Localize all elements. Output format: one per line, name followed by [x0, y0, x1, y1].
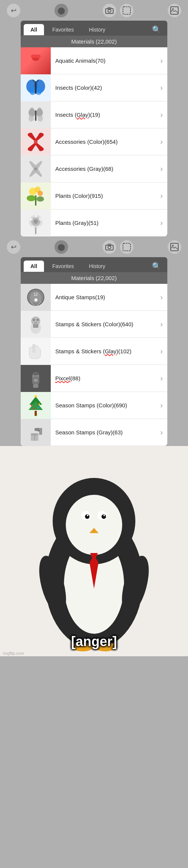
svg-point-30 — [27, 195, 36, 201]
list-item[interactable]: Insects (Color)(42) › — [21, 74, 167, 101]
label-insects-color: Insects (Color)(42) — [51, 84, 160, 91]
thumb-stamps-stickers-color — [21, 311, 51, 338]
svg-point-31 — [36, 196, 44, 202]
svg-point-42 — [108, 246, 111, 249]
tab-bar-2: All Favorites History 🔍 — [21, 257, 167, 272]
label-season-color: Season Stamps (Color)(690) — [51, 402, 160, 408]
list-item[interactable]: Plants (Color)(915) › — [21, 182, 167, 209]
frame-button-1[interactable] — [120, 4, 133, 17]
camera-button-2[interactable] — [103, 240, 116, 254]
svg-point-38 — [27, 218, 33, 221]
arrow-plants-gray: › — [160, 219, 167, 227]
list-item[interactable]: Pixcel(88) › — [21, 365, 167, 392]
back-button-1[interactable]: ↩ — [7, 4, 20, 17]
svg-point-19 — [29, 115, 34, 122]
list-item[interactable]: 12 ⬤ Antique Stamps(19) › — [21, 284, 167, 311]
svg-point-22 — [30, 107, 34, 113]
search-button-1[interactable]: 🔍 — [149, 24, 164, 36]
material-list-1: Aquatic Animals(70) › Insects (Color)(42… — [21, 47, 167, 237]
frame-button-2[interactable] — [120, 240, 133, 254]
tab-favorites-2[interactable]: Favorites — [45, 261, 81, 272]
arrow-aquatic: › — [160, 56, 167, 65]
svg-rect-73 — [38, 430, 40, 431]
tab-history-2[interactable]: History — [82, 261, 112, 272]
list-item[interactable]: Accessories (Color)(654) › — [21, 128, 167, 155]
svg-rect-3 — [123, 7, 130, 14]
svg-rect-60 — [34, 379, 38, 382]
panel-1: All Favorites History 🔍 Materials (22,00… — [21, 21, 167, 237]
svg-point-39 — [37, 226, 42, 228]
image-button-1[interactable] — [168, 4, 181, 17]
tab-all-1[interactable]: All — [24, 24, 44, 35]
svg-text:12: 12 — [33, 292, 38, 297]
image-button-2[interactable] — [168, 240, 181, 254]
thumb-stamps-stickers-gray — [21, 338, 51, 365]
list-item[interactable]: Plants (Gray)(51) › — [21, 209, 167, 237]
svg-rect-26 — [35, 195, 36, 206]
back-button-2[interactable]: ↩ — [7, 240, 20, 254]
materials-header-1: Materials (22,002) — [21, 36, 167, 47]
svg-point-66 — [35, 395, 37, 398]
list-item[interactable]: Stamps & Stickers (Glay)(102) › — [21, 338, 167, 365]
thumb-insects-gray — [21, 101, 51, 128]
svg-point-53 — [33, 319, 35, 321]
svg-point-20 — [38, 115, 43, 122]
svg-rect-63 — [35, 411, 37, 416]
list-item[interactable]: Aquatic Animals(70) › — [21, 47, 167, 74]
circle-button-1[interactable]: ⬤ — [55, 4, 68, 17]
svg-point-61 — [33, 372, 39, 375]
list-item[interactable]: Stamps & Stickers (Color)(640) › — [21, 311, 167, 338]
meme-area: [anger] imgflip.com — [0, 446, 188, 656]
svg-point-37 — [39, 218, 45, 221]
list-item[interactable]: Insects (Glay)(19) › — [21, 101, 167, 128]
label-accessories-gray: Accessories (Gray)(68) — [51, 166, 160, 172]
search-button-2[interactable]: 🔍 — [149, 260, 164, 272]
typo-glay-2: Glay — [105, 348, 117, 354]
label-plants-gray: Plants (Gray)(51) — [51, 220, 160, 226]
thumb-accessories-gray — [21, 155, 51, 182]
tab-all-2[interactable]: All — [24, 261, 44, 272]
materials-header-2: Materials (22,002) — [21, 272, 167, 284]
svg-point-36 — [34, 212, 37, 218]
svg-rect-62 — [33, 384, 38, 388]
thumb-plants-color — [21, 182, 51, 209]
arrow-accessories-gray: › — [160, 164, 167, 173]
svg-point-24 — [34, 140, 38, 144]
svg-rect-35 — [35, 228, 36, 234]
svg-point-67 — [31, 405, 32, 406]
svg-rect-14 — [35, 82, 36, 94]
svg-point-46 — [172, 245, 174, 246]
svg-point-54 — [36, 319, 39, 321]
arrow-accessories-color: › — [160, 137, 167, 146]
svg-point-1 — [108, 9, 111, 12]
svg-point-69 — [33, 408, 35, 409]
list-item[interactable]: Accessories (Gray)(68) › — [21, 155, 167, 182]
tab-bar-1: All Favorites History 🔍 — [21, 21, 167, 36]
tab-favorites-1[interactable]: Favorites — [45, 24, 81, 35]
list-item[interactable]: Season Stamps (Gray)(63) › — [21, 419, 167, 446]
thumb-season-gray — [21, 419, 51, 446]
svg-marker-65 — [29, 401, 43, 410]
arrow-stamps-stickers-color: › — [160, 320, 167, 329]
svg-point-29 — [38, 191, 43, 196]
camera-button-1[interactable] — [103, 4, 116, 17]
circle-button-2[interactable]: ⬤ — [55, 240, 68, 254]
panel-2: All Favorites History 🔍 Materials (22,00… — [21, 257, 167, 446]
svg-text:⬤: ⬤ — [34, 298, 38, 301]
arrow-season-color: › — [160, 401, 167, 410]
thumb-pixcel — [21, 365, 51, 392]
svg-rect-72 — [39, 428, 42, 435]
arrow-antique-stamps: › — [160, 293, 167, 301]
label-accessories-color: Accessories (Color)(654) — [51, 139, 160, 145]
svg-point-8 — [31, 54, 36, 58]
svg-point-81 — [66, 495, 122, 555]
label-stamps-stickers-gray: Stamps & Stickers (Glay)(102) — [51, 348, 160, 354]
label-pixcel: Pixcel(88) — [51, 375, 160, 381]
tab-history-1[interactable]: History — [82, 24, 112, 35]
svg-point-68 — [38, 403, 40, 405]
svg-point-70 — [38, 407, 39, 408]
thumb-antique-stamps: 12 ⬤ — [21, 284, 51, 311]
arrow-insects-color: › — [160, 83, 167, 92]
list-item[interactable]: Season Stamps (Color)(690) › — [21, 392, 167, 419]
svg-rect-56 — [34, 322, 37, 325]
